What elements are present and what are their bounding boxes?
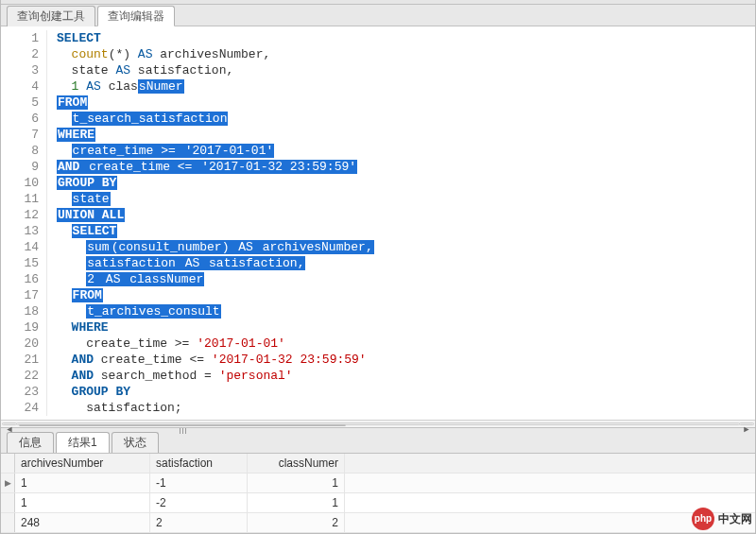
line-number: 4	[1, 78, 39, 95]
tab-messages[interactable]: 信息	[7, 432, 54, 453]
line-number: 21	[1, 352, 39, 368]
code-line[interactable]: create_time >= '2017-01-01'	[57, 336, 374, 352]
table-row[interactable]: ▶1-11	[1, 474, 755, 493]
code-line[interactable]: SELECT	[57, 30, 374, 46]
code-line[interactable]: state	[57, 191, 374, 207]
editor-tabs: 查询创建工具 查询编辑器	[1, 5, 755, 26]
brand-watermark: php 中文网	[692, 508, 752, 530]
code-line[interactable]: GROUP BY	[57, 384, 374, 400]
line-gutter: 123456789101112131415161718192021222324	[1, 30, 47, 416]
line-number: 22	[1, 368, 39, 384]
code-line[interactable]: 2 AS classNumer	[57, 271, 374, 287]
code-line[interactable]: t_search_satisfaction	[57, 111, 374, 127]
line-number: 6	[1, 111, 39, 127]
column-header[interactable]: classNumer	[248, 454, 345, 473]
cell[interactable]: 1	[248, 493, 345, 512]
line-number: 11	[1, 191, 39, 207]
code-line[interactable]: AND search_method = 'personal'	[57, 368, 374, 384]
table-row[interactable]: 24822	[1, 513, 755, 533]
column-header[interactable]: archivesNumber	[15, 454, 150, 473]
scroll-thumb[interactable]	[19, 424, 346, 426]
line-number: 20	[1, 336, 39, 352]
tab-label: 查询创建工具	[17, 9, 85, 23]
tab-label: 查询编辑器	[108, 9, 164, 23]
cell[interactable]: 1	[15, 474, 150, 492]
code-line[interactable]: satisfaction AS satisfaction,	[57, 255, 374, 271]
code-line[interactable]: state AS satisfaction,	[57, 62, 374, 78]
code-line[interactable]: create_time >= '2017-01-01'	[57, 143, 374, 159]
code-line[interactable]: SELECT	[57, 223, 374, 239]
cell[interactable]: 1	[248, 474, 345, 492]
code-line[interactable]: AND create_time <= '2017-01-32 23:59:59'	[57, 159, 374, 175]
code-line[interactable]: UNION ALL	[57, 207, 374, 223]
code-line[interactable]: WHERE	[57, 319, 374, 336]
tab-query-editor[interactable]: 查询编辑器	[97, 6, 175, 26]
code-area[interactable]: SELECT count(*) AS archivesNumber, state…	[47, 30, 374, 416]
scroll-right-icon[interactable]: ►	[739, 422, 754, 425]
line-number: 24	[1, 400, 39, 416]
cell[interactable]: 1	[15, 493, 150, 512]
column-header[interactable]: satisfaction	[150, 454, 248, 473]
code-line[interactable]: 1 AS classNumer	[57, 78, 374, 95]
code-line[interactable]: sum(consult_number) AS archivesNumber,	[57, 239, 374, 255]
tab-query-builder[interactable]: 查询创建工具	[7, 6, 95, 26]
code-line[interactable]: WHERE	[57, 127, 374, 143]
line-number: 16	[1, 271, 39, 287]
line-number: 10	[1, 175, 39, 191]
line-number: 17	[1, 287, 39, 303]
current-row-indicator-icon[interactable]: ▶	[1, 474, 15, 492]
line-number: 19	[1, 319, 39, 336]
row-handle[interactable]	[1, 513, 15, 532]
line-number: 8	[1, 143, 39, 159]
code-line[interactable]: FROM	[57, 287, 374, 303]
line-number: 12	[1, 207, 39, 223]
tab-label: 状态	[124, 436, 146, 449]
result-grid[interactable]: archivesNumbersatisfactionclassNumer▶1-1…	[1, 454, 755, 533]
scroll-left-icon[interactable]: ◄	[2, 422, 17, 425]
grid-header: archivesNumbersatisfactionclassNumer	[1, 454, 755, 474]
line-number: 23	[1, 384, 39, 400]
line-number: 7	[1, 127, 39, 143]
result-tabs: 信息 结果1 状态	[1, 427, 755, 454]
line-number: 3	[1, 62, 39, 78]
line-number: 5	[1, 95, 39, 111]
line-number: 14	[1, 239, 39, 255]
line-number: 2	[1, 46, 39, 62]
tab-status[interactable]: 状态	[112, 432, 159, 453]
tab-label: 信息	[19, 436, 42, 449]
code-line[interactable]: count(*) AS archivesNumber,	[57, 46, 374, 62]
tab-label: 结果1	[68, 436, 97, 449]
code-line[interactable]: AND create_time <= '2017-01-32 23:59:59'	[57, 352, 374, 368]
cell[interactable]: -2	[150, 493, 248, 512]
line-number: 18	[1, 303, 39, 319]
row-handle[interactable]	[1, 493, 15, 512]
row-handle	[1, 454, 15, 473]
sql-editor[interactable]: 123456789101112131415161718192021222324 …	[1, 26, 755, 420]
line-number: 13	[1, 223, 39, 239]
brand-label: 中文网	[718, 511, 752, 527]
cell[interactable]: -1	[150, 474, 248, 492]
code-line[interactable]: t_archives_consult	[57, 303, 374, 319]
editor-horizontal-scrollbar[interactable]: ◄ ►	[1, 420, 755, 427]
cell[interactable]: 248	[15, 513, 150, 532]
table-row[interactable]: 1-21	[1, 493, 755, 513]
code-line[interactable]: GROUP BY	[57, 175, 374, 191]
tab-result-1[interactable]: 结果1	[56, 432, 110, 453]
line-number: 15	[1, 255, 39, 271]
code-line[interactable]: FROM	[57, 95, 374, 111]
cell[interactable]: 2	[248, 513, 345, 532]
scroll-track[interactable]	[16, 422, 740, 425]
line-number: 9	[1, 159, 39, 175]
cell[interactable]: 2	[150, 513, 248, 532]
code-line[interactable]: satisfaction;	[57, 400, 374, 416]
line-number: 1	[1, 30, 39, 46]
app-window: 查询创建工具 查询编辑器 123456789101112131415161718…	[0, 0, 756, 534]
brand-icon: php	[692, 508, 714, 530]
